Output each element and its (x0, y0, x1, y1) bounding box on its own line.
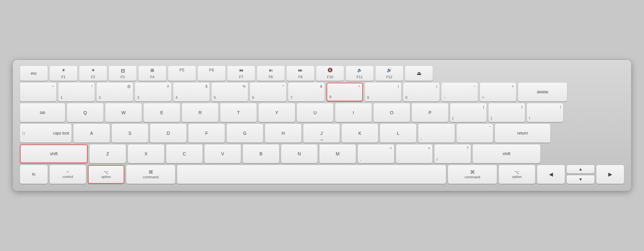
key-e[interactable]: E (144, 103, 180, 122)
key-shift-right[interactable]: shift (473, 144, 540, 163)
key-r[interactable]: R (182, 103, 218, 122)
key-z[interactable]: Z (90, 144, 126, 163)
key-arrow-left[interactable]: ◀ (537, 165, 565, 184)
bottom-row: fn ^ control ⌥ option ⌘ command ⌘ comman… (20, 165, 624, 184)
key-command-left[interactable]: ⌘ command (126, 165, 175, 184)
key-f1[interactable]: ☀ F1 (50, 66, 77, 81)
key-x[interactable]: X (128, 144, 164, 163)
capslock-indicator (22, 132, 25, 135)
key-arrow-down[interactable]: ▼ (567, 175, 594, 184)
key-c[interactable]: C (166, 144, 203, 163)
key-f10[interactable]: 🔇 F10 (316, 66, 344, 81)
key-m[interactable]: M (319, 144, 356, 163)
num-row: ~ ` ! 1 @ 2 # 3 $ 4 % 5 ^ 6 & 7 (20, 83, 624, 101)
key-f[interactable]: F (188, 124, 225, 143)
key-comma[interactable]: < , (358, 144, 394, 163)
key-command-right[interactable]: ⌘ command (448, 165, 497, 184)
arrow-key-group: ◀ ▲ ▼ ▶ (537, 165, 624, 184)
key-control[interactable]: ^ control (50, 165, 86, 184)
key-f7[interactable]: ⏮ F7 (227, 66, 255, 81)
key-f5[interactable]: F5 (168, 66, 196, 81)
key-5[interactable]: % 5 (212, 83, 248, 101)
key-n[interactable]: N (281, 144, 317, 163)
fn-row: esc ☀ F1 ☀ F2 ⊟ F3 ⊞ F4 F5 F6 ⏮ F7 ⏯ (20, 66, 624, 81)
key-f8[interactable]: ⏯ F8 (257, 66, 285, 81)
key-t[interactable]: T (220, 103, 257, 122)
key-6[interactable]: ^ 6 (250, 83, 286, 101)
asdf-row: caps lock A S D F G H J K L : ; " ' retu… (20, 124, 624, 143)
key-equals[interactable]: + = (480, 83, 516, 101)
key-q[interactable]: Q (67, 103, 103, 122)
key-b[interactable]: B (243, 144, 279, 163)
key-option-left[interactable]: ⌥ option (88, 165, 124, 184)
key-y[interactable]: Y (259, 103, 295, 122)
key-delete[interactable]: delete (518, 83, 567, 101)
key-space[interactable] (177, 165, 446, 184)
key-0[interactable]: ) 0 (403, 83, 440, 101)
key-3[interactable]: # 3 (135, 83, 171, 101)
keyboard: esc ☀ F1 ☀ F2 ⊟ F3 ⊞ F4 F5 F6 ⏮ F7 ⏯ (13, 60, 631, 191)
key-u[interactable]: U (297, 103, 333, 122)
key-lbracket[interactable]: { [ (450, 103, 487, 122)
zxcv-row: shift Z X C V B N M < , > . ? / shift (20, 144, 624, 163)
key-f4[interactable]: ⊞ F4 (138, 66, 166, 81)
key-backslash[interactable]: | \ (527, 103, 563, 122)
key-f3[interactable]: ⊟ F3 (109, 66, 137, 81)
key-a[interactable]: A (73, 124, 110, 143)
key-shift-left[interactable]: shift (20, 144, 88, 163)
key-slash[interactable]: ? / (434, 144, 471, 163)
key-2[interactable]: @ 2 (97, 83, 133, 101)
key-s[interactable]: S (112, 124, 148, 143)
arrow-ud-group: ▲ ▼ (567, 165, 594, 184)
key-k[interactable]: K (342, 124, 378, 143)
key-eject[interactable]: ⏏ (405, 66, 433, 81)
key-semicolon[interactable]: : ; (418, 124, 455, 143)
key-arrow-up[interactable]: ▲ (567, 165, 594, 173)
key-fn[interactable]: fn (20, 165, 48, 184)
qwerty-row: tab Q W E R T Y U I O P { [ } ] | \ (20, 103, 624, 122)
key-1[interactable]: ! 1 (58, 83, 95, 101)
key-i[interactable]: I (335, 103, 372, 122)
key-return[interactable]: return (495, 124, 550, 143)
key-l[interactable]: L (380, 124, 416, 143)
key-rbracket[interactable]: } ] (488, 103, 525, 122)
key-arrow-right[interactable]: ▶ (596, 165, 624, 184)
key-tab[interactable]: tab (20, 103, 65, 122)
key-w[interactable]: W (105, 103, 142, 122)
key-f11[interactable]: 🔉 F11 (346, 66, 374, 81)
key-9[interactable]: ( 9 (365, 83, 401, 101)
key-8[interactable]: * 8 (327, 83, 363, 101)
key-period[interactable]: > . (396, 144, 432, 163)
key-4[interactable]: $ 4 (173, 83, 210, 101)
key-d[interactable]: D (150, 124, 186, 143)
key-p[interactable]: P (412, 103, 448, 122)
key-f12[interactable]: 🔊 F12 (375, 66, 403, 81)
key-g[interactable]: G (227, 124, 263, 143)
key-o[interactable]: O (374, 103, 410, 122)
key-j[interactable]: J (303, 124, 340, 143)
key-f9[interactable]: ⏭ F9 (287, 66, 314, 81)
key-v[interactable]: V (204, 144, 241, 163)
key-esc[interactable]: esc (20, 66, 48, 81)
key-minus[interactable]: − − (441, 83, 478, 101)
key-quote[interactable]: " ' (457, 124, 493, 143)
key-option-right[interactable]: ⌥ option (499, 165, 535, 184)
key-7[interactable]: & 7 (288, 83, 325, 101)
j-nub (320, 140, 323, 140)
key-f2[interactable]: ☀ F2 (79, 66, 107, 81)
key-h[interactable]: H (265, 124, 301, 143)
key-backtick[interactable]: ~ ` (20, 83, 56, 101)
key-capslock[interactable]: caps lock (20, 124, 71, 143)
key-f6[interactable]: F6 (198, 66, 225, 81)
